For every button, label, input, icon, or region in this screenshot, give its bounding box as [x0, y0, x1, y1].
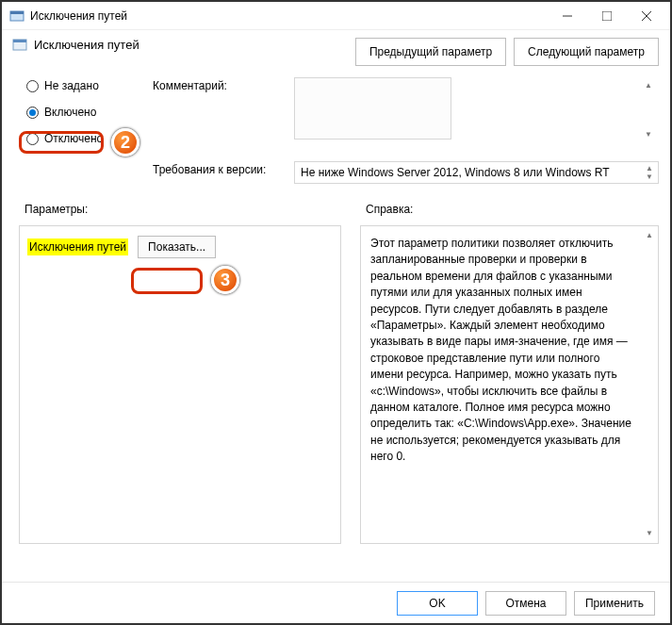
titlebar: Исключения путей	[2, 2, 670, 30]
scroll-arrows[interactable]: ▲▼	[643, 230, 656, 539]
policy-icon	[11, 36, 28, 53]
radio-label: Включено	[44, 106, 96, 119]
comment-input[interactable]	[294, 77, 451, 140]
radio-icon	[26, 133, 39, 145]
apply-button[interactable]: Применить	[574, 591, 655, 616]
next-setting-button[interactable]: Следующий параметр	[514, 38, 659, 66]
scroll-arrows[interactable]: ▲▼	[642, 81, 655, 139]
param-name-highlight: Исключения путей	[27, 238, 128, 255]
scroll-arrows[interactable]: ▲▼	[643, 164, 656, 181]
svg-rect-7	[13, 40, 26, 42]
app-icon	[9, 8, 25, 24]
show-button[interactable]: Показать...	[138, 236, 216, 258]
radio-label: Не задано	[44, 79, 99, 92]
svg-rect-3	[602, 11, 612, 21]
page-title: Исключения путей	[34, 38, 139, 52]
help-section-label: Справка:	[366, 203, 659, 216]
window-controls	[548, 3, 666, 29]
params-box: Исключения путей Показать...	[19, 225, 341, 544]
svg-rect-1	[10, 11, 24, 14]
requirements-value: Не ниже Windows Server 2012, Windows 8 и…	[301, 166, 610, 179]
requirements-row: Требования к версии: Не ниже Windows Ser…	[153, 161, 659, 184]
radio-icon-checked	[26, 107, 39, 119]
radio-icon	[26, 80, 39, 92]
radio-enabled[interactable]: Включено	[26, 106, 130, 119]
requirements-box: Не ниже Windows Server 2012, Windows 8 и…	[294, 161, 659, 184]
params-item: Исключения путей Показать...	[27, 236, 333, 258]
requirements-label: Требования к версии:	[153, 161, 285, 176]
cancel-button[interactable]: Отмена	[485, 591, 566, 616]
radio-not-configured[interactable]: Не задано	[26, 79, 130, 92]
comment-label: Комментарий:	[153, 77, 285, 92]
footer: OK Отмена Применить	[2, 582, 670, 623]
radio-group: Не задано Включено Отключено	[26, 77, 130, 184]
lower-panels: Параметры: Исключения путей Показать... …	[2, 184, 670, 544]
header-row: Исключения путей Предыдущий параметр Сле…	[2, 30, 670, 77]
prev-setting-button[interactable]: Предыдущий параметр	[355, 38, 506, 66]
ok-button[interactable]: OK	[397, 591, 478, 616]
window-title: Исключения путей	[30, 9, 548, 23]
callout-2: 2	[111, 128, 139, 156]
radio-label: Отключено	[44, 132, 103, 145]
params-section-label: Параметры:	[25, 203, 341, 216]
help-box: Этот параметр политики позволяет отключи…	[360, 225, 659, 544]
config-row: Не задано Включено Отключено Комментарий…	[2, 77, 670, 184]
help-text: Этот параметр политики позволяет отключи…	[370, 236, 648, 465]
close-button[interactable]	[627, 3, 666, 29]
comment-row: Комментарий: ▲▼	[153, 77, 659, 142]
callout-3: 3	[211, 266, 239, 294]
maximize-button[interactable]	[587, 3, 627, 29]
minimize-button[interactable]	[548, 3, 587, 29]
